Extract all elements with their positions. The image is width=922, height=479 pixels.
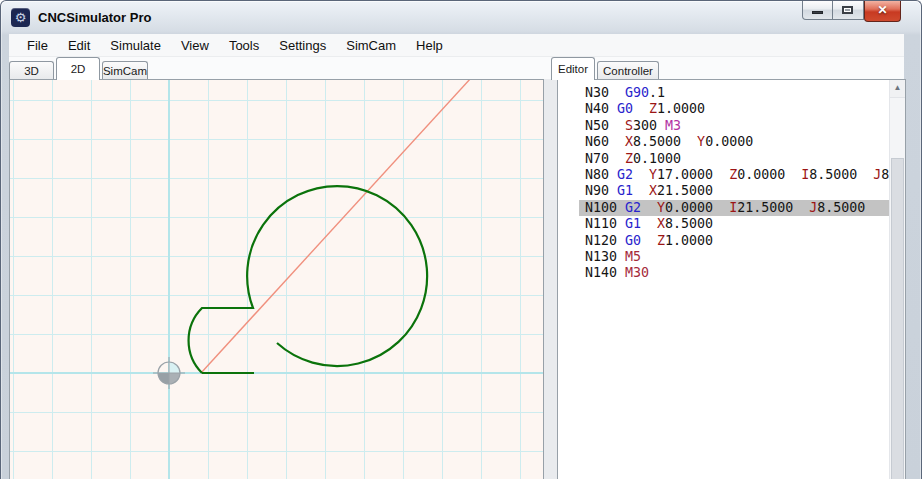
gcode-token: G1	[617, 183, 633, 198]
restore-icon	[842, 6, 853, 14]
menu-item-tools[interactable]: Tools	[219, 34, 269, 56]
gcode-token: 8.5000	[809, 167, 857, 182]
editor-tab-strip: EditorController	[551, 57, 661, 80]
gcode-token: 300	[633, 118, 657, 133]
menu-item-help[interactable]: Help	[406, 34, 453, 56]
gcode-token: M30	[625, 265, 649, 280]
gcode-line[interactable]: N120 G0 Z1.0000	[579, 233, 889, 249]
menu-item-simulate[interactable]: Simulate	[100, 34, 171, 56]
gcode-line[interactable]: N60 X8.5000 Y0.0000	[579, 134, 889, 150]
gcode-token	[857, 167, 873, 182]
gcode-token: 0.0000	[665, 200, 713, 215]
close-button[interactable]: ✕	[864, 1, 901, 22]
menu-item-view[interactable]: View	[171, 34, 219, 56]
gcode-token: G0	[625, 233, 641, 248]
tab-controller[interactable]: Controller	[597, 61, 659, 80]
gcode-token: 17.0000	[657, 167, 713, 182]
minimize-icon	[812, 11, 823, 14]
gcode-text: N30 G90.1N40 G0 Z1.0000N50 S300 M3N60 X8…	[558, 85, 889, 282]
title-bar: ⚙ CNCSimulator Pro	[1, 1, 921, 34]
gcode-line[interactable]: N110 G1 X8.5000	[579, 216, 889, 232]
toolpath-layer	[10, 80, 543, 479]
gcode-token: 1.0000	[665, 233, 713, 248]
window-controls: ✕	[802, 1, 901, 22]
gcode-token: 0.0000	[737, 167, 785, 182]
gcode-token: G90	[625, 85, 649, 100]
gcode-line[interactable]: N50 S300 M3	[579, 118, 889, 134]
gcode-token: Y	[657, 200, 665, 215]
gcode-token: G2	[625, 200, 641, 215]
gcode-token: N130	[585, 249, 625, 264]
gcode-line[interactable]: N80 G2 Y17.0000 Z0.0000 I8.5000 J8.5000	[579, 167, 889, 183]
tab-3d[interactable]: 3D	[9, 61, 54, 80]
gcode-token: X	[649, 183, 657, 198]
gcode-token: N120	[585, 233, 625, 248]
gcode-token: I	[729, 200, 737, 215]
tab-simcam[interactable]: SimCam	[102, 61, 148, 80]
gcode-token	[713, 200, 729, 215]
gcode-line[interactable]: N70 Z0.1000	[579, 151, 889, 167]
menu-item-settings[interactable]: Settings	[269, 34, 336, 56]
gcode-line[interactable]: N40 G0 Z1.0000	[579, 101, 889, 117]
menu-item-simcam[interactable]: SimCam	[336, 34, 406, 56]
gcode-token: N140	[585, 265, 625, 280]
datum-origin-marker	[153, 357, 185, 389]
scroll-up-button[interactable]: ▲	[890, 80, 905, 98]
gcode-token	[681, 134, 697, 149]
gcode-token	[793, 200, 809, 215]
gcode-line[interactable]: N90 G1 X21.5000	[579, 183, 889, 199]
gcode-line[interactable]: N140 M30	[579, 265, 889, 281]
gcode-token	[641, 200, 657, 215]
gcode-token: Z	[729, 167, 737, 182]
gcode-token: 8.5000	[817, 200, 865, 215]
gcode-token	[657, 118, 665, 133]
gcode-token	[633, 167, 649, 182]
viewport-2d[interactable]	[9, 79, 544, 479]
gcode-token: G1	[625, 216, 641, 231]
gcode-token: 21.5000	[737, 200, 793, 215]
editor-scrollbar[interactable]: ▲	[889, 80, 905, 479]
gcode-editor[interactable]: N30 G90.1N40 G0 Z1.0000N50 S300 M3N60 X8…	[557, 79, 906, 479]
gcode-token: N50	[585, 118, 625, 133]
gcode-token: Z	[657, 233, 665, 248]
tab-editor[interactable]: Editor	[551, 57, 595, 80]
gcode-token: 21.5000	[657, 183, 713, 198]
tab-2d[interactable]: 2D	[56, 57, 100, 80]
minimize-button[interactable]	[802, 1, 833, 20]
gcode-token	[713, 167, 729, 182]
menu-item-file[interactable]: File	[17, 34, 58, 56]
menu-bar: FileEditSimulateViewToolsSettingsSimCamH…	[9, 34, 904, 57]
client-area: FileEditSimulateViewToolsSettingsSimCamH…	[9, 34, 904, 479]
gcode-token: 0.0000	[705, 134, 753, 149]
app-icon: ⚙	[11, 8, 30, 27]
gcode-token	[785, 167, 801, 182]
gcode-token: X	[625, 134, 633, 149]
gcode-token: M5	[625, 249, 641, 264]
toolpath-profile	[189, 186, 428, 373]
menu-item-edit[interactable]: Edit	[58, 34, 100, 56]
gcode-token	[633, 101, 649, 116]
gcode-token: Z	[649, 101, 657, 116]
gcode-line[interactable]: N30 G90.1	[579, 85, 889, 101]
gcode-token: 8.5000	[665, 216, 713, 231]
maximize-button[interactable]	[833, 1, 864, 20]
scrollbar-thumb[interactable]	[891, 158, 904, 479]
gcode-token: N60	[585, 134, 625, 149]
gcode-token: N80	[585, 167, 617, 182]
gcode-token: Y	[649, 167, 657, 182]
gcode-token: N40	[585, 101, 617, 116]
gcode-token: 8.5000	[633, 134, 681, 149]
gcode-token: N100	[585, 200, 625, 215]
gcode-token	[641, 233, 657, 248]
gcode-token: M3	[665, 118, 681, 133]
gcode-token: N110	[585, 216, 625, 231]
gcode-line-selected[interactable]: N100 G2 Y0.0000 I21.5000 J8.5000	[579, 200, 889, 216]
gcode-token	[641, 216, 657, 231]
gcode-token: N70	[585, 151, 625, 166]
gcode-line[interactable]: N130 M5	[579, 249, 889, 265]
rapid-move-line	[201, 80, 471, 373]
gcode-token: .1	[649, 85, 665, 100]
gcode-token: N90	[585, 183, 617, 198]
gcode-token: S	[625, 118, 633, 133]
gcode-token: 1.0000	[657, 101, 705, 116]
